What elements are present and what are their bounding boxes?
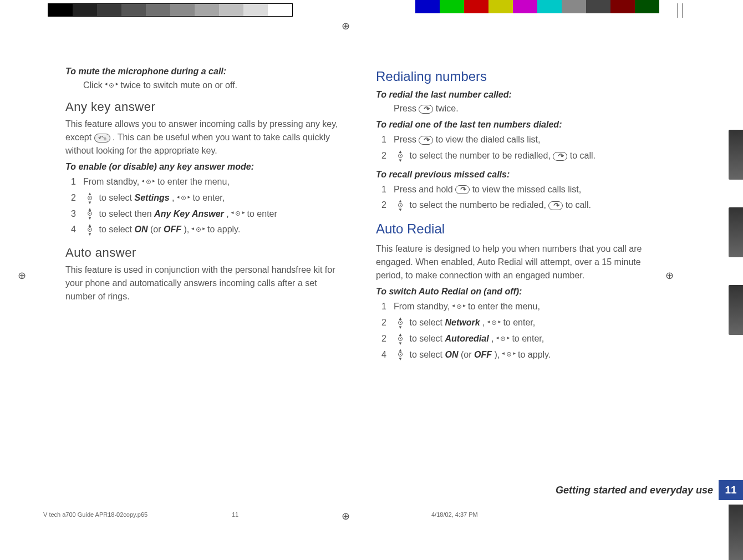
list-item: 3 to select then Any Key Answer , to ent… (83, 206, 343, 222)
redial-last-body: Press ↷ twice. (376, 102, 653, 115)
text: to apply. (207, 225, 240, 234)
mute-heading: To mute the microphone during a call: (65, 67, 343, 77)
text: to view the missed calls list, (472, 185, 582, 194)
text: to call. (566, 200, 591, 210)
missed-steps: 1 Press and hold ↷ to view the missed ca… (376, 182, 653, 214)
auto-redial-body: This feature is designed to help you whe… (376, 242, 653, 282)
nav-key-icon (394, 335, 407, 343)
nav-key-icon (496, 335, 510, 343)
call-key-icon: ↷ (419, 105, 433, 114)
text: to view the dialed calls list, (436, 135, 541, 144)
text: (or (461, 350, 474, 359)
registration-mark-icon: ⊕ (18, 269, 26, 282)
text: to select (99, 225, 134, 234)
source-file: V tech a700 Guide APR18-02copy.p65 (43, 511, 232, 518)
nav-key-icon (83, 226, 96, 234)
nav-key-icon (394, 152, 407, 160)
nav-key-icon (487, 319, 501, 327)
list-item: 1 From standby, to enter the menu, (83, 174, 343, 190)
nav-key-icon (452, 303, 466, 311)
list-item: 2 to select the numberto be redialed, ↷ … (394, 197, 653, 213)
list-item: 2 to select Autoredial , to enter, (394, 331, 653, 347)
list-item: 1 From standby, to enter the menu, (394, 299, 653, 315)
page-number: 11 (719, 480, 743, 500)
text: twice. (436, 104, 459, 113)
text: to call. (570, 151, 596, 160)
nav-key-icon (142, 179, 155, 186)
label-off: OFF (164, 225, 181, 234)
text: to select then (99, 209, 154, 218)
end-key-icon: ↶₀ (94, 134, 110, 142)
redial-last-heading: To redial the last number called: (376, 90, 653, 100)
list-item: 1 Press and hold ↷ to view the missed ca… (394, 182, 653, 198)
label-autoredial: Autoredial (445, 334, 488, 343)
print-slug-line: V tech a700 Guide APR18-02copy.p65 11 4/… (43, 511, 653, 518)
text: Click (83, 80, 105, 90)
page-footer-block: Getting started and everyday use 11 (556, 480, 743, 500)
text: to enter the menu, (468, 302, 540, 311)
nav-key-icon (177, 195, 190, 202)
auto-answer-heading: Auto answer (65, 246, 343, 260)
label-settings: Settings (134, 193, 169, 202)
switch-heading: To switch Auto Redial on (and off): (376, 287, 653, 297)
list-item: 2 to select Network , to enter, (394, 315, 653, 331)
crop-marks (673, 3, 683, 20)
text: Press (394, 135, 419, 144)
nav-key-icon (192, 226, 205, 234)
text: Press and hold (394, 185, 455, 194)
text: to enter, (503, 318, 535, 327)
nav-key-icon (83, 210, 96, 218)
color-calibration-bar (415, 0, 659, 13)
enable-steps: 1 From standby, to enter the menu, 2 to … (65, 174, 343, 238)
label-on: ON (445, 350, 458, 359)
call-key-icon: ↷ (455, 185, 470, 194)
label-network: Network (445, 318, 480, 327)
right-column: Redialing numbers To redial the last num… (376, 67, 653, 363)
left-column: To mute the microphone during a call: Cl… (65, 67, 343, 363)
text: (or (150, 225, 164, 234)
label-on: ON (134, 225, 147, 234)
text: From standby, (83, 177, 142, 186)
print-date: 4/18/02, 4:37 PM (431, 511, 478, 518)
list-item: 4 to select ON (or OFF ), to apply. (83, 222, 343, 238)
text: to select (409, 334, 445, 343)
auto-redial-heading: Auto Redial (376, 221, 653, 237)
nav-key-icon (394, 319, 407, 327)
call-key-icon: ↷ (419, 136, 433, 145)
text: to enter, (192, 193, 225, 202)
list-item: 1 Press ↷ to view the dialed calls list, (394, 132, 653, 148)
redial-ten-heading: To redial one of the last ten numbers di… (376, 120, 653, 130)
mute-body: Click twice to switch mute on or off. (65, 79, 343, 92)
side-tab-panels (729, 130, 743, 363)
text: twice to switch mute on or off. (121, 80, 237, 90)
nav-key-icon (502, 351, 516, 359)
text: to select (99, 193, 134, 202)
section-title: Getting started and everyday use (556, 485, 713, 496)
print-page-num: 11 (232, 511, 431, 518)
auto-answer-body: This feature is used in conjunction with… (65, 263, 343, 303)
nav-key-icon (394, 202, 407, 210)
registration-mark-icon: ⊕ (665, 269, 674, 282)
text: From standby, (394, 302, 452, 311)
nav-key-icon (83, 195, 96, 202)
grayscale-calibration-bar (48, 3, 293, 17)
missed-heading: To recall previous missed calls: (376, 170, 653, 180)
text: to enter (247, 209, 277, 218)
any-key-answer-heading: Any key answer (65, 100, 343, 114)
nav-key-icon (231, 210, 245, 218)
nav-key-icon (105, 82, 118, 90)
text: to select (409, 350, 445, 359)
registration-mark-icon: ⊕ (342, 20, 350, 32)
any-key-body: This feature allows you to answer incomi… (65, 118, 343, 157)
autoredial-steps: 1 From standby, to enter the menu, 2 to … (376, 299, 653, 363)
redial-ten-steps: 1 Press ↷ to view the dialed calls list,… (376, 132, 653, 164)
text: to select the numberto be redialed, (409, 200, 548, 210)
enable-heading: To enable (or disable) any key answer mo… (65, 162, 343, 172)
label-off: OFF (474, 350, 492, 359)
page-content: To mute the microphone during a call: Cl… (65, 67, 653, 363)
text: to select (409, 318, 445, 327)
text: to enter the menu, (157, 177, 230, 186)
list-item: 2 to select Settings , to enter, (83, 190, 343, 206)
call-key-icon: ↷ (548, 201, 563, 210)
text: to select the number to be redialled, (409, 151, 553, 160)
